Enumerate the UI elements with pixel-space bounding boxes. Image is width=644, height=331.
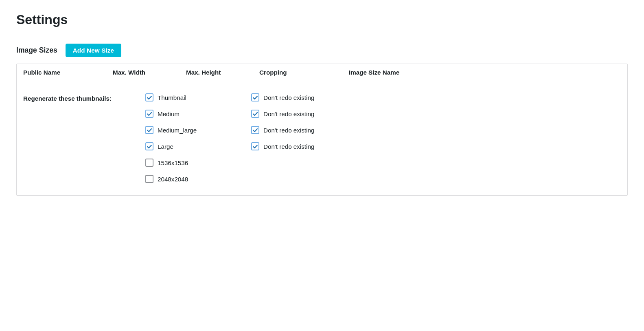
medium-large-redo-label: Don't redo existing bbox=[263, 127, 314, 134]
thumbnail-secondary-group: Don't redo existing bbox=[251, 93, 314, 102]
2048-label: 2048x2048 bbox=[158, 176, 188, 183]
medium-large-main-group: Medium_large bbox=[145, 126, 235, 134]
1536-main-group: 1536x1536 bbox=[145, 159, 235, 167]
image-sizes-table: Public Name Max. Width Max. Height Cropp… bbox=[16, 64, 628, 196]
col-cropping: Cropping bbox=[259, 69, 349, 76]
medium-secondary-group: Don't redo existing bbox=[251, 110, 314, 118]
image-sizes-label: Image Sizes bbox=[16, 46, 57, 55]
col-max-width: Max. Width bbox=[113, 69, 186, 76]
large-main-group: Large bbox=[145, 142, 235, 150]
regen-row-1536: 1536x1536 bbox=[145, 159, 314, 167]
large-redo-label: Don't redo existing bbox=[263, 143, 314, 150]
2048-main-group: 2048x2048 bbox=[145, 175, 235, 183]
medium-large-checkbox[interactable] bbox=[145, 126, 153, 134]
2048-checkbox[interactable] bbox=[145, 175, 153, 183]
large-secondary-group: Don't redo existing bbox=[251, 142, 314, 150]
add-new-size-button[interactable]: Add New Size bbox=[66, 44, 121, 57]
medium-main-group: Medium bbox=[145, 110, 235, 118]
thumbnail-redo-label: Don't redo existing bbox=[263, 94, 314, 101]
col-max-height: Max. Height bbox=[186, 69, 259, 76]
medium-large-secondary-group: Don't redo existing bbox=[251, 126, 314, 134]
thumbnail-label: Thumbnail bbox=[158, 94, 186, 101]
1536-label: 1536x1536 bbox=[158, 159, 188, 166]
regen-row-2048: 2048x2048 bbox=[145, 175, 314, 183]
1536-checkbox[interactable] bbox=[145, 159, 153, 167]
large-label: Large bbox=[158, 143, 173, 150]
medium-redo-label: Don't redo existing bbox=[263, 110, 314, 117]
thumbnail-checkbox[interactable] bbox=[145, 93, 153, 102]
regenerate-label: Regenerate these thumbnails: bbox=[23, 93, 145, 102]
regen-row-large: Large Don't redo existing bbox=[145, 142, 314, 150]
medium-checkbox[interactable] bbox=[145, 110, 153, 118]
section-header: Image Sizes Add New Size bbox=[16, 44, 628, 57]
col-image-size-name: Image Size Name bbox=[349, 69, 621, 76]
regen-row-medium: Medium Don't redo existing bbox=[145, 110, 314, 118]
thumbnail-redo-checkbox[interactable] bbox=[251, 93, 259, 102]
regen-row-medium-large: Medium_large Don't redo existing bbox=[145, 126, 314, 134]
page-title: Settings bbox=[16, 12, 628, 27]
medium-redo-checkbox[interactable] bbox=[251, 110, 259, 118]
regenerate-options: Thumbnail Don't redo existing Medium Don… bbox=[145, 93, 314, 183]
medium-large-redo-checkbox[interactable] bbox=[251, 126, 259, 134]
large-redo-checkbox[interactable] bbox=[251, 142, 259, 150]
regen-row-thumbnail: Thumbnail Don't redo existing bbox=[145, 93, 314, 102]
medium-large-label: Medium_large bbox=[158, 127, 197, 134]
col-public-name: Public Name bbox=[23, 69, 113, 76]
table-header: Public Name Max. Width Max. Height Cropp… bbox=[17, 64, 627, 81]
thumbnail-main-group: Thumbnail bbox=[145, 93, 235, 102]
medium-label: Medium bbox=[158, 110, 180, 117]
regenerate-section: Regenerate these thumbnails: Thumbnail D… bbox=[17, 81, 627, 195]
large-checkbox[interactable] bbox=[145, 142, 153, 150]
